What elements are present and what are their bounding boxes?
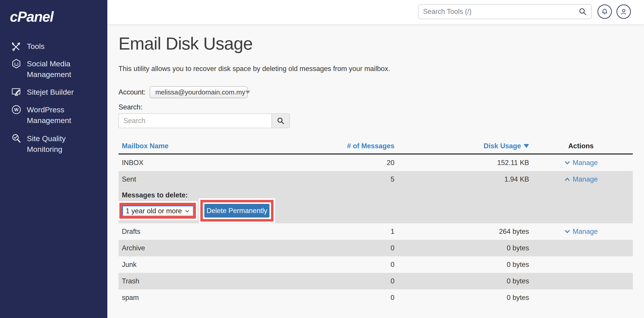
sidebar-item-label: Tools bbox=[27, 41, 83, 52]
chevron-down-icon bbox=[564, 228, 570, 235]
table-row: INBOX 20 152.11 KB Manage bbox=[118, 155, 633, 171]
search-label: Search: bbox=[118, 103, 142, 111]
page-description: This utility allows you to recover disk … bbox=[118, 65, 390, 73]
manage-link-sent[interactable]: Manage bbox=[564, 175, 598, 183]
site-quality-icon bbox=[11, 133, 22, 144]
chevron-down-icon bbox=[245, 91, 250, 94]
table-row: Sent 5 1.94 KB Manage bbox=[118, 171, 633, 188]
account-label: Account: bbox=[118, 88, 146, 96]
table-header: Mailbox Name # of Messages Disk Usage Ac… bbox=[118, 139, 633, 155]
tools-search-input[interactable] bbox=[423, 7, 579, 16]
account-select[interactable]: melissa@yourdomain.com.my bbox=[150, 86, 248, 98]
age-select-highlight: 1 year old or more bbox=[120, 203, 196, 219]
sidebar: cPanel Tools Social Media Management bbox=[0, 0, 107, 318]
sidebar-item-wordpress[interactable]: W WordPress Management bbox=[11, 104, 100, 126]
sort-desc-icon bbox=[524, 144, 529, 148]
table-row: Archive 0 0 bytes bbox=[118, 240, 633, 256]
tools-search-box bbox=[418, 4, 592, 19]
tools-icon bbox=[11, 41, 22, 51]
sitejet-builder-icon bbox=[11, 87, 22, 97]
chevron-down-icon bbox=[564, 160, 570, 166]
delete-permanently-highlight: Delete Permanently bbox=[200, 200, 274, 222]
sidebar-item-social-media[interactable]: Social Media Management bbox=[11, 58, 100, 80]
main-content: Email Disk Usage This utility allows you… bbox=[107, 24, 644, 318]
sidebar-item-label: WordPress Management bbox=[27, 104, 83, 126]
table-row-expanded: Sent 5 1.94 KB Manage Messages to delete… bbox=[118, 171, 633, 223]
mailbox-search-button[interactable] bbox=[272, 113, 290, 128]
header-num-messages[interactable]: # of Messages bbox=[275, 142, 394, 150]
sidebar-item-label: Site Quality Monitoring bbox=[27, 133, 83, 155]
sidebar-item-site-quality[interactable]: Site Quality Monitoring bbox=[11, 133, 100, 155]
manage-link-inbox[interactable]: Manage bbox=[564, 159, 598, 167]
topbar bbox=[107, 0, 644, 24]
header-mailbox-name[interactable]: Mailbox Name bbox=[118, 142, 275, 150]
manage-expand-panel: Messages to delete: 1 year old or more D… bbox=[118, 188, 633, 223]
social-media-icon bbox=[11, 58, 22, 69]
delete-permanently-button[interactable]: Delete Permanently bbox=[204, 204, 270, 217]
wordpress-icon: W bbox=[11, 105, 22, 115]
table-row: Drafts 1 264 bytes Manage bbox=[118, 223, 633, 240]
mailbox-search-input[interactable] bbox=[118, 113, 272, 128]
sidebar-item-tools[interactable]: Tools bbox=[11, 41, 100, 52]
notifications-button[interactable] bbox=[598, 4, 612, 19]
sidebar-item-label: Social Media Management bbox=[27, 58, 83, 80]
account-select-value: melissa@yourdomain.com.my bbox=[156, 88, 245, 96]
page-title: Email Disk Usage bbox=[118, 33, 253, 54]
header-disk-usage[interactable]: Disk Usage bbox=[394, 142, 529, 150]
user-account-button[interactable] bbox=[616, 4, 631, 19]
messages-to-delete-label: Messages to delete: bbox=[122, 191, 188, 199]
table-row: spam 0 0 bytes bbox=[118, 289, 633, 306]
header-actions: Actions bbox=[529, 142, 633, 150]
table-row: Trash 0 0 bytes bbox=[118, 273, 633, 289]
svg-text:W: W bbox=[14, 107, 18, 112]
search-icon[interactable] bbox=[579, 7, 587, 16]
table-row: Junk 0 0 bytes bbox=[118, 256, 633, 273]
mailbox-table: Mailbox Name # of Messages Disk Usage Ac… bbox=[118, 139, 633, 306]
chevron-up-icon bbox=[564, 176, 570, 182]
chevron-down-icon bbox=[184, 208, 190, 214]
message-age-select[interactable]: 1 year old or more bbox=[122, 205, 193, 216]
manage-link-drafts[interactable]: Manage bbox=[564, 228, 598, 236]
sidebar-item-sitejet[interactable]: Sitejet Builder bbox=[11, 87, 100, 97]
sidebar-item-label: Sitejet Builder bbox=[27, 87, 83, 97]
cpanel-logo[interactable]: cPanel bbox=[10, 8, 53, 25]
